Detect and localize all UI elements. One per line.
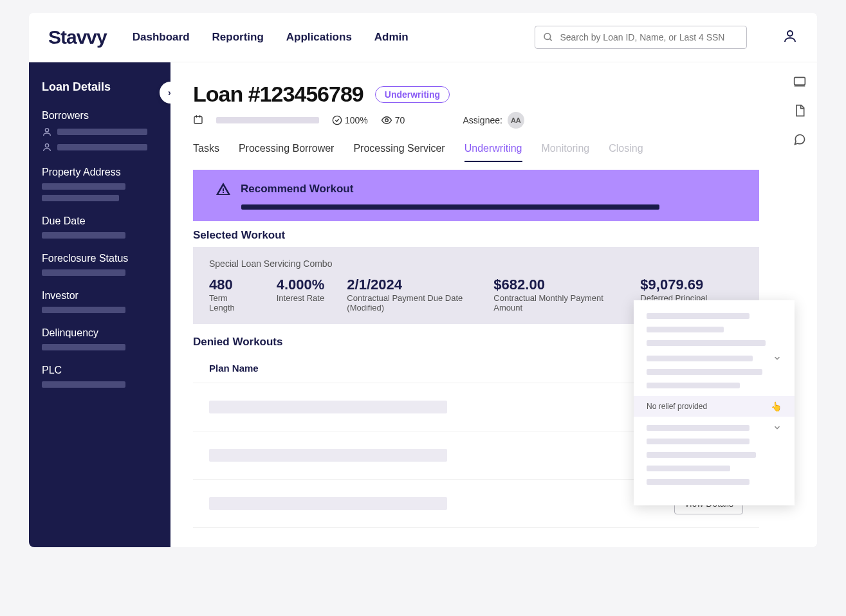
warning-icon: [216, 181, 231, 197]
svg-rect-5: [194, 116, 202, 123]
borrower-row[interactable]: [42, 127, 158, 137]
svg-point-2: [787, 31, 793, 36]
placeholder-text: [647, 466, 730, 471]
sidebar-heading: Due Date: [42, 215, 158, 227]
metric-label: Contractual Monthly Payment Amount: [493, 293, 618, 313]
metric-value: $682.00: [493, 276, 618, 293]
tab-processing-borrower[interactable]: Processing Borrower: [239, 143, 335, 162]
placeholder-text: [57, 129, 147, 135]
placeholder-text: [647, 356, 753, 361]
metric-term: 480Term Length: [209, 276, 254, 313]
loan-title: Loan #123456789: [193, 82, 363, 107]
popover-highlight-row[interactable]: No relief provided 👆: [634, 396, 795, 417]
placeholder-text: [42, 381, 125, 388]
chat-icon[interactable]: [793, 133, 806, 146]
person-icon: [42, 142, 52, 152]
assignee-avatar[interactable]: AA: [508, 112, 524, 129]
sidebar-section-delinquency: Delinquency: [42, 327, 158, 350]
calendar-icon: [193, 114, 203, 127]
banner-progress: [241, 204, 659, 210]
placeholder-text: [209, 401, 447, 413]
placeholder-text: [42, 269, 125, 276]
search-container[interactable]: [535, 26, 747, 49]
assignee-block: Assignee: AA: [463, 112, 524, 129]
nav-reporting[interactable]: Reporting: [212, 31, 264, 44]
sidebar-section-investor: Investor: [42, 290, 158, 313]
loan-header: Loan #123456789 Underwriting: [193, 82, 759, 107]
placeholder-text: [647, 383, 740, 388]
popover-highlight-text: No relief provided: [647, 402, 707, 411]
placeholder-text: [647, 313, 749, 319]
placeholder-text: [647, 369, 762, 375]
metric-duedate: 2/1/2024Contractual Payment Due Date (Mo…: [347, 276, 471, 313]
completion-meta: 100%: [332, 115, 368, 125]
sidebar: » Loan Details Borrowers Property Addres…: [29, 62, 170, 547]
tab-tasks[interactable]: Tasks: [193, 143, 219, 162]
sidebar-heading: PLC: [42, 365, 158, 376]
check-icon: [332, 115, 342, 125]
metric-label: Contractual Payment Due Date (Modified): [347, 293, 471, 313]
sidebar-section-duedate: Due Date: [42, 215, 158, 239]
placeholder-text: [647, 439, 749, 444]
placeholder-text: [647, 340, 766, 346]
status-badge: Underwriting: [375, 86, 450, 103]
search-input[interactable]: [560, 32, 739, 42]
svg-point-3: [45, 129, 48, 132]
loan-meta: 100% 70 Assignee: AA: [193, 112, 759, 129]
placeholder-text: [42, 183, 125, 190]
svg-point-8: [333, 116, 341, 124]
nav-dashboard[interactable]: Dashboard: [133, 31, 190, 44]
metric-label: Term Length: [209, 293, 254, 313]
placeholder-text: [42, 344, 125, 350]
sidebar-section-plc: PLC: [42, 365, 158, 388]
placeholder-text: [57, 144, 147, 150]
recommend-banner: Recommend Workout: [193, 170, 759, 221]
app-window: Stavvy Dashboard Reporting Applications …: [29, 13, 817, 547]
selected-heading: Selected Workout: [193, 229, 759, 242]
tab-closing: Closing: [609, 143, 643, 162]
document-icon[interactable]: [793, 104, 806, 117]
chevron-down-icon: [773, 354, 782, 363]
body: » Loan Details Borrowers Property Addres…: [29, 62, 817, 547]
user-icon: [782, 28, 798, 44]
sidebar-heading: Investor: [42, 290, 158, 302]
metric-value: 4.000%: [277, 276, 325, 293]
placeholder-text: [647, 327, 724, 332]
svg-point-4: [45, 144, 48, 147]
metric-label: Interest Rate: [277, 293, 325, 303]
sidebar-section-property: Property Address: [42, 167, 158, 201]
views-meta: 70: [381, 114, 405, 126]
svg-rect-10: [794, 77, 805, 85]
metric-monthly: $682.00Contractual Monthly Payment Amoun…: [493, 276, 618, 313]
tab-underwriting[interactable]: Underwriting: [464, 143, 522, 162]
svg-point-0: [544, 33, 551, 40]
search-icon: [543, 32, 553, 43]
eye-icon: [381, 114, 392, 126]
user-menu-button[interactable]: [782, 28, 798, 46]
nav-applications[interactable]: Applications: [286, 31, 352, 44]
placeholder-text: [209, 449, 447, 462]
main-content: Loan #123456789 Underwriting 100% 70 Ass…: [170, 62, 782, 547]
svg-line-1: [549, 39, 551, 41]
borrower-row[interactable]: [42, 142, 158, 152]
nav-admin[interactable]: Admin: [374, 31, 409, 44]
brand-logo: Stavvy: [48, 26, 107, 48]
placeholder-text: [647, 425, 749, 431]
metric-rate: 4.000%Interest Rate: [277, 276, 325, 313]
completion-text: 100%: [345, 115, 368, 125]
popover-expandable-row[interactable]: [647, 423, 782, 432]
metric-value: 480: [209, 276, 254, 293]
banner-title: Recommend Workout: [241, 183, 353, 195]
sidebar-heading: Delinquency: [42, 327, 158, 339]
selected-sub: Special Loan Servicing Combo: [209, 258, 743, 269]
person-icon: [42, 127, 52, 137]
monitor-icon[interactable]: [793, 75, 806, 88]
placeholder-text: [42, 307, 125, 313]
placeholder-text: [216, 117, 319, 123]
sidebar-heading: Property Address: [42, 167, 158, 178]
placeholder-text: [42, 232, 125, 239]
main-nav: Dashboard Reporting Applications Admin: [133, 31, 409, 44]
views-text: 70: [395, 115, 405, 125]
tab-processing-servicer[interactable]: Processing Servicer: [353, 143, 445, 162]
popover-expandable-row[interactable]: [647, 354, 782, 363]
